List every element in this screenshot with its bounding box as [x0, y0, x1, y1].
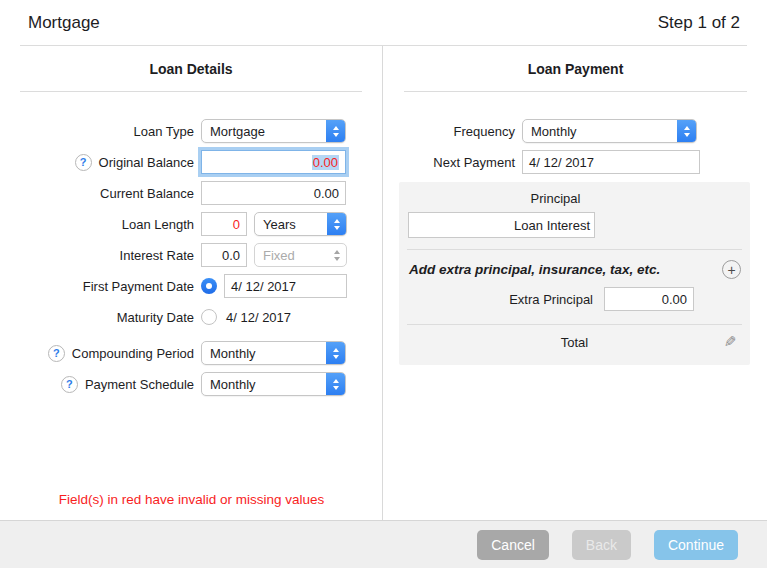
total-row: Total ✎ — [399, 325, 750, 355]
frequency-value: Monthly — [523, 120, 677, 142]
payment-schedule-select[interactable]: Monthly — [201, 372, 346, 396]
extra-principal-value: 0.00 — [662, 292, 687, 307]
rate-type-select: Fixed — [254, 243, 347, 267]
next-payment-value: 4/ 12/ 2017 — [529, 155, 594, 170]
interest-rate-label: Interest Rate — [120, 248, 194, 263]
loan-type-value: Mortgage — [202, 120, 326, 142]
payment-breakdown-panel: Principal Loan Interest Add extra princi… — [399, 182, 750, 365]
next-payment-label: Next Payment — [433, 155, 515, 170]
loan-type-select[interactable]: Mortgage — [201, 119, 346, 143]
payment-schedule-value: Monthly — [202, 373, 326, 395]
add-extra-note: Add extra principal, insurance, tax, etc… — [409, 262, 660, 277]
rate-type-value: Fixed — [255, 244, 327, 266]
frequency-label: Frequency — [454, 124, 515, 139]
loan-payment-panel: Loan Payment Frequency Monthly Next Paym… — [384, 46, 767, 520]
chevron-up-down-icon — [327, 244, 346, 266]
first-payment-date-label: First Payment Date — [83, 279, 194, 294]
loan-details-panel: Loan Details Loan Type Mortgage ? Origin… — [0, 46, 383, 520]
loan-length-input[interactable]: 0 — [201, 212, 247, 236]
loan-type-label: Loan Type — [134, 124, 194, 139]
dialog-header: Mortgage Step 1 of 2 — [0, 0, 767, 45]
chevron-up-down-icon — [326, 342, 345, 364]
maturity-date-label: Maturity Date — [117, 310, 194, 325]
maturity-date-row: Maturity Date 4/ 12/ 2017 — [0, 305, 382, 329]
loan-details-heading: Loan Details — [0, 46, 382, 91]
extra-principal-input[interactable]: 0.00 — [604, 287, 694, 311]
cancel-button[interactable]: Cancel — [477, 530, 549, 560]
help-icon[interactable]: ? — [61, 376, 78, 393]
loan-length-unit-value: Years — [255, 213, 327, 235]
loan-length-label: Loan Length — [122, 217, 194, 232]
chevron-up-down-icon — [326, 120, 345, 142]
add-extra-row: Add extra principal, insurance, tax, etc… — [399, 250, 750, 279]
frequency-select[interactable]: Monthly — [522, 119, 697, 143]
current-balance-row: Current Balance 0.00 — [0, 181, 382, 205]
extra-principal-row: Extra Principal 0.00 — [399, 287, 750, 311]
original-balance-value: 0.00 — [312, 155, 339, 170]
maturity-date-value: 4/ 12/ 2017 — [224, 310, 291, 325]
step-indicator: Step 1 of 2 — [658, 13, 740, 33]
page-title: Mortgage — [28, 13, 100, 33]
chevron-up-down-icon — [326, 373, 345, 395]
interest-rate-value: 0.0 — [222, 248, 240, 263]
loan-length-unit-select[interactable]: Years — [254, 212, 347, 236]
back-button[interactable]: Back — [572, 530, 631, 560]
frequency-row: Frequency Monthly — [384, 119, 767, 143]
current-balance-label: Current Balance — [100, 186, 194, 201]
total-label: Total — [561, 335, 588, 350]
compounding-period-label: Compounding Period — [72, 346, 194, 361]
loan-length-row: Loan Length 0 Years — [0, 212, 382, 236]
loan-payment-heading: Loan Payment — [384, 46, 767, 91]
compounding-period-row: ? Compounding Period Monthly — [0, 341, 382, 365]
chevron-up-down-icon — [677, 120, 696, 142]
first-payment-date-row: First Payment Date 4/ 12/ 2017 — [0, 274, 382, 298]
mortgage-setup-dialog: Mortgage Step 1 of 2 Loan Details Loan T… — [0, 0, 767, 568]
next-payment-input[interactable]: 4/ 12/ 2017 — [522, 150, 700, 174]
first-payment-date-input[interactable]: 4/ 12/ 2017 — [224, 274, 347, 298]
compounding-period-value: Monthly — [202, 342, 326, 364]
maturity-date-radio[interactable] — [201, 309, 217, 325]
validation-error-message: Field(s) in red have invalid or missing … — [0, 492, 383, 507]
next-payment-row: Next Payment 4/ 12/ 2017 — [384, 150, 767, 174]
loan-interest-value: Loan Interest — [514, 218, 590, 233]
current-balance-input[interactable]: 0.00 — [201, 181, 346, 205]
interest-rate-input[interactable]: 0.0 — [201, 243, 247, 267]
payment-schedule-row: ? Payment Schedule Monthly — [0, 372, 382, 396]
compounding-period-select[interactable]: Monthly — [201, 341, 346, 365]
help-icon[interactable]: ? — [75, 154, 92, 171]
loan-interest-field[interactable]: Loan Interest — [408, 212, 595, 238]
loan-type-row: Loan Type Mortgage — [0, 119, 382, 143]
chevron-up-down-icon — [327, 213, 346, 235]
help-icon[interactable]: ? — [48, 345, 65, 362]
principal-label: Principal — [399, 191, 750, 210]
current-balance-value: 0.00 — [314, 186, 339, 201]
original-balance-label: Original Balance — [99, 155, 194, 170]
first-payment-date-value: 4/ 12/ 2017 — [231, 279, 296, 294]
loan-length-value: 0 — [233, 217, 240, 232]
payment-schedule-label: Payment Schedule — [85, 377, 194, 392]
dialog-footer: Cancel Back Continue — [0, 520, 767, 568]
extra-principal-label: Extra Principal — [509, 292, 593, 307]
original-balance-input[interactable]: 0.00 — [201, 150, 346, 174]
interest-rate-row: Interest Rate 0.0 Fixed — [0, 243, 382, 267]
continue-button[interactable]: Continue — [654, 530, 738, 560]
first-payment-date-radio[interactable] — [201, 278, 217, 294]
edit-pencil-icon[interactable]: ✎ — [724, 333, 737, 351]
add-icon[interactable]: + — [722, 260, 741, 279]
original-balance-row: ? Original Balance 0.00 — [0, 150, 382, 174]
